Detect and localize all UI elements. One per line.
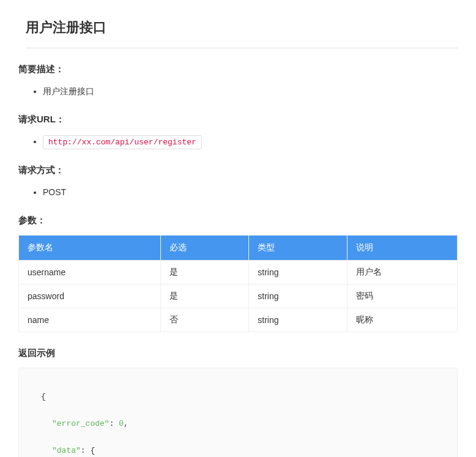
table-row: name 否 string 昵称	[19, 308, 458, 332]
page-title: 用户注册接口	[26, 18, 458, 48]
method-list: POST	[43, 185, 458, 200]
table-cell: string	[249, 284, 347, 308]
code-line: "error_code": 0,	[30, 417, 446, 431]
th-name: 参数名	[19, 235, 161, 260]
title-divider	[26, 48, 458, 48]
table-row: username 是 string 用户名	[19, 260, 458, 284]
table-cell: string	[249, 260, 347, 284]
table-cell: string	[249, 308, 347, 332]
table-cell: 用户名	[347, 260, 457, 284]
url-list: http://xx.com/api/user/register	[43, 134, 458, 149]
code-token: "data"	[52, 446, 81, 455]
params-table: 参数名 必选 类型 说明 username 是 string 用户名 passw…	[18, 235, 458, 332]
th-desc: 说明	[347, 235, 457, 260]
code-token: :	[110, 419, 119, 428]
params-heading: 参数：	[18, 215, 458, 226]
table-cell: 密码	[347, 284, 457, 308]
url-code: http://xx.com/api/user/register	[43, 135, 202, 149]
code-token: {	[41, 392, 46, 401]
brief-heading: 简要描述：	[18, 64, 458, 75]
code-token: 0	[119, 419, 124, 428]
table-row: password 是 string 密码	[19, 284, 458, 308]
method-item: POST	[43, 185, 458, 200]
table-cell: 否	[160, 308, 249, 332]
table-cell: password	[19, 284, 161, 308]
code-token: {	[90, 446, 95, 455]
example-heading: 返回示例	[18, 347, 458, 359]
code-token: :	[81, 446, 91, 455]
code-token: ,	[124, 419, 128, 428]
table-cell: 昵称	[347, 308, 457, 332]
table-cell: 是	[160, 260, 249, 284]
code-token: "error_code"	[52, 419, 110, 428]
th-type: 类型	[249, 235, 347, 260]
th-required: 必选	[160, 235, 249, 260]
method-heading: 请求方式：	[18, 165, 458, 176]
code-line: "data": {	[30, 444, 446, 457]
brief-list: 用户注册接口	[43, 84, 458, 99]
table-cell: name	[19, 308, 161, 332]
url-heading: 请求URL：	[18, 114, 458, 125]
url-item: http://xx.com/api/user/register	[43, 134, 458, 149]
table-header-row: 参数名 必选 类型 说明	[19, 235, 458, 260]
table-cell: username	[19, 260, 161, 284]
brief-item: 用户注册接口	[43, 84, 458, 99]
example-code-block: { "error_code": 0, "data": { "uid": "1",…	[18, 368, 458, 457]
code-line: {	[30, 390, 446, 404]
table-cell: 是	[160, 284, 249, 308]
